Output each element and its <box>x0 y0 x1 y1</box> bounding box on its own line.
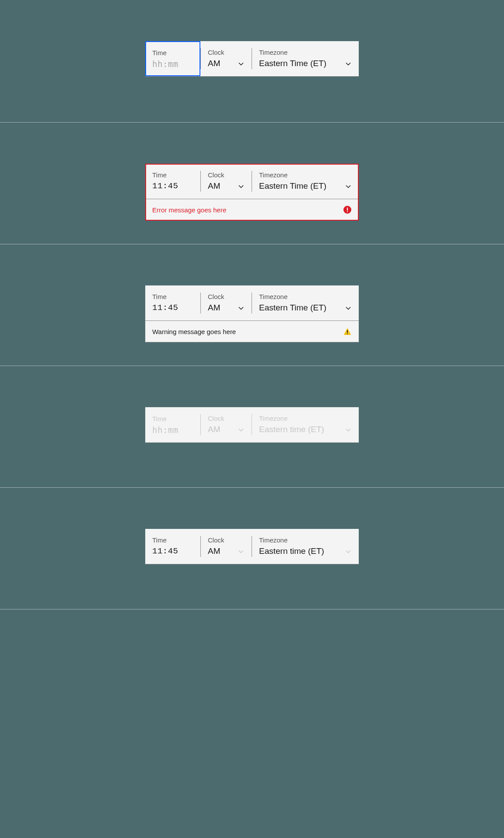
time-label: Time <box>152 536 193 545</box>
timezone-field[interactable]: Timezone Eastern Time (ET) <box>252 41 359 76</box>
time-field[interactable]: Time 11:45 <box>145 285 200 320</box>
clock-field: Clock AM <box>201 407 252 442</box>
svg-rect-4 <box>347 334 348 334</box>
timezone-value: Eastern Time (ET) <box>259 303 326 313</box>
timezone-label: Timezone <box>259 171 352 180</box>
chevron-down-icon <box>345 426 352 433</box>
time-picker-readonly: Time 11:45 Clock AM Timezone Eastern tim… <box>145 529 359 564</box>
timezone-value: Eastern time (ET) <box>259 424 324 435</box>
timezone-field: Timezone Eastern time (ET) <box>252 529 359 564</box>
clock-label: Clock <box>208 48 245 57</box>
time-input <box>152 425 193 435</box>
time-picker-focused: Time Clock AM Timezone Eastern Time (ET) <box>145 41 359 77</box>
clock-label: Clock <box>208 171 245 180</box>
clock-field: Clock AM <box>201 529 252 564</box>
svg-rect-3 <box>347 330 348 333</box>
timezone-label: Timezone <box>259 414 352 423</box>
error-message: Error message goes here <box>152 206 226 214</box>
time-picker-disabled: Time Clock AM Timezone Eastern time (ET) <box>145 407 359 443</box>
chevron-down-icon <box>238 60 245 67</box>
warning-message-row: Warning message goes here <box>145 320 359 342</box>
time-value: 11:45 <box>152 181 193 192</box>
error-message-row: Error message goes here <box>145 199 359 220</box>
time-value: 11:45 <box>152 546 193 557</box>
timezone-field: Timezone Eastern time (ET) <box>252 407 359 442</box>
timezone-value: Eastern Time (ET) <box>259 58 326 69</box>
chevron-down-icon <box>238 305 245 312</box>
warning-message: Warning message goes here <box>152 328 236 335</box>
time-picker-error: Time 11:45 Clock AM Timezone Eastern Tim… <box>145 164 359 221</box>
time-field: Time 11:45 <box>145 529 200 564</box>
svg-rect-1 <box>347 208 348 211</box>
chevron-down-icon <box>238 426 245 433</box>
time-field[interactable]: Time 11:45 <box>145 164 200 199</box>
chevron-down-icon <box>345 548 352 555</box>
clock-label: Clock <box>208 414 245 423</box>
warning-icon <box>343 327 352 336</box>
svg-rect-2 <box>347 211 348 212</box>
timezone-label: Timezone <box>259 48 352 57</box>
chevron-down-icon <box>345 60 352 67</box>
time-field: Time <box>145 407 200 442</box>
error-icon <box>343 205 352 214</box>
time-label: Time <box>152 171 193 180</box>
chevron-down-icon <box>238 183 245 190</box>
timezone-value: Eastern time (ET) <box>259 546 324 557</box>
clock-field[interactable]: Clock AM <box>201 285 252 320</box>
clock-label: Clock <box>208 536 245 545</box>
chevron-down-icon <box>238 548 245 555</box>
chevron-down-icon <box>345 183 352 190</box>
timezone-field[interactable]: Timezone Eastern Time (ET) <box>252 285 359 320</box>
clock-label: Clock <box>208 292 245 301</box>
chevron-down-icon <box>345 305 352 312</box>
clock-value: AM <box>208 424 220 435</box>
time-label: Time <box>152 49 193 57</box>
clock-value: AM <box>208 181 220 192</box>
timezone-value: Eastern Time (ET) <box>259 181 326 192</box>
clock-field[interactable]: Clock AM <box>201 41 252 76</box>
timezone-label: Timezone <box>259 536 352 545</box>
clock-value: AM <box>208 546 220 557</box>
timezone-field[interactable]: Timezone Eastern Time (ET) <box>252 164 359 199</box>
timezone-label: Timezone <box>259 292 352 301</box>
time-field[interactable]: Time <box>145 41 200 76</box>
clock-value: AM <box>208 58 220 69</box>
time-input[interactable] <box>152 59 193 69</box>
time-label: Time <box>152 415 193 423</box>
time-label: Time <box>152 292 193 301</box>
time-picker-warning: Time 11:45 Clock AM Timezone Eastern Tim… <box>145 285 359 342</box>
time-value: 11:45 <box>152 303 193 313</box>
clock-field[interactable]: Clock AM <box>201 164 252 199</box>
clock-value: AM <box>208 303 220 313</box>
